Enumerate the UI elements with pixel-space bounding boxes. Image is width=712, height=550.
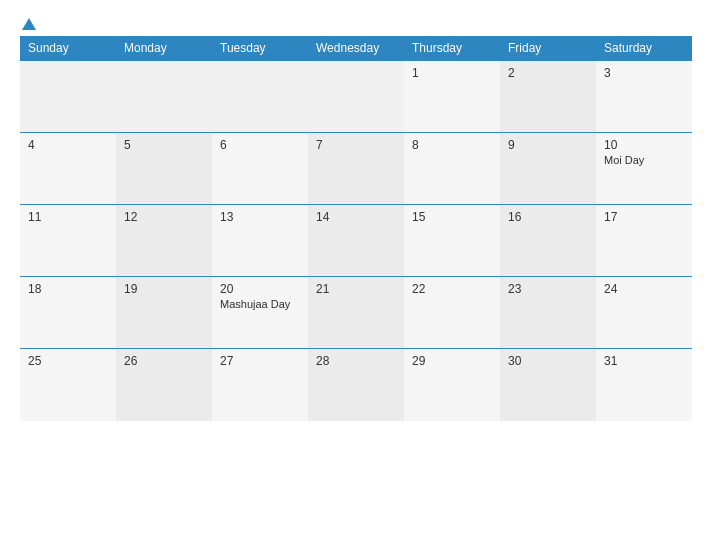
day-number: 6 bbox=[220, 138, 300, 152]
week-row-3: 11121314151617 bbox=[20, 205, 692, 277]
day-number: 10 bbox=[604, 138, 684, 152]
weekday-header-saturday: Saturday bbox=[596, 36, 692, 61]
day-number: 7 bbox=[316, 138, 396, 152]
calendar-cell: 23 bbox=[500, 277, 596, 349]
calendar-cell: 5 bbox=[116, 133, 212, 205]
day-number: 30 bbox=[508, 354, 588, 368]
day-number: 8 bbox=[412, 138, 492, 152]
calendar-cell: 18 bbox=[20, 277, 116, 349]
day-number: 18 bbox=[28, 282, 108, 296]
calendar-cell: 21 bbox=[308, 277, 404, 349]
day-number: 1 bbox=[412, 66, 492, 80]
day-number: 15 bbox=[412, 210, 492, 224]
day-event: Moi Day bbox=[604, 154, 684, 166]
day-event: Mashujaa Day bbox=[220, 298, 300, 310]
weekday-header-monday: Monday bbox=[116, 36, 212, 61]
day-number: 26 bbox=[124, 354, 204, 368]
day-number: 24 bbox=[604, 282, 684, 296]
calendar-cell: 31 bbox=[596, 349, 692, 421]
weekday-header-friday: Friday bbox=[500, 36, 596, 61]
calendar-table: SundayMondayTuesdayWednesdayThursdayFrid… bbox=[20, 36, 692, 421]
calendar-cell: 4 bbox=[20, 133, 116, 205]
logo-triangle-icon bbox=[22, 18, 36, 30]
calendar-cell: 3 bbox=[596, 61, 692, 133]
day-number: 11 bbox=[28, 210, 108, 224]
day-number: 12 bbox=[124, 210, 204, 224]
calendar-cell bbox=[20, 61, 116, 133]
weekday-header-wednesday: Wednesday bbox=[308, 36, 404, 61]
day-number: 2 bbox=[508, 66, 588, 80]
weekday-header-thursday: Thursday bbox=[404, 36, 500, 61]
header-row bbox=[20, 18, 692, 30]
day-number: 27 bbox=[220, 354, 300, 368]
calendar-cell bbox=[212, 61, 308, 133]
calendar-cell: 6 bbox=[212, 133, 308, 205]
day-number: 20 bbox=[220, 282, 300, 296]
calendar-cell: 24 bbox=[596, 277, 692, 349]
calendar-cell: 9 bbox=[500, 133, 596, 205]
weekday-header-tuesday: Tuesday bbox=[212, 36, 308, 61]
calendar-cell: 30 bbox=[500, 349, 596, 421]
calendar-cell: 11 bbox=[20, 205, 116, 277]
day-number: 28 bbox=[316, 354, 396, 368]
calendar-cell: 12 bbox=[116, 205, 212, 277]
calendar-cell bbox=[308, 61, 404, 133]
day-number: 22 bbox=[412, 282, 492, 296]
day-number: 9 bbox=[508, 138, 588, 152]
day-number: 25 bbox=[28, 354, 108, 368]
day-number: 5 bbox=[124, 138, 204, 152]
calendar-cell: 17 bbox=[596, 205, 692, 277]
calendar-cell: 10Moi Day bbox=[596, 133, 692, 205]
calendar-cell: 7 bbox=[308, 133, 404, 205]
day-number: 13 bbox=[220, 210, 300, 224]
calendar-cell: 19 bbox=[116, 277, 212, 349]
weekday-header-row: SundayMondayTuesdayWednesdayThursdayFrid… bbox=[20, 36, 692, 61]
calendar-cell: 22 bbox=[404, 277, 500, 349]
calendar-container: SundayMondayTuesdayWednesdayThursdayFrid… bbox=[0, 0, 712, 550]
day-number: 21 bbox=[316, 282, 396, 296]
day-number: 14 bbox=[316, 210, 396, 224]
calendar-cell: 13 bbox=[212, 205, 308, 277]
calendar-cell: 26 bbox=[116, 349, 212, 421]
day-number: 23 bbox=[508, 282, 588, 296]
day-number: 17 bbox=[604, 210, 684, 224]
calendar-cell: 20Mashujaa Day bbox=[212, 277, 308, 349]
calendar-cell: 29 bbox=[404, 349, 500, 421]
week-row-2: 45678910Moi Day bbox=[20, 133, 692, 205]
day-number: 29 bbox=[412, 354, 492, 368]
calendar-cell bbox=[116, 61, 212, 133]
day-number: 16 bbox=[508, 210, 588, 224]
week-row-4: 181920Mashujaa Day21222324 bbox=[20, 277, 692, 349]
calendar-cell: 16 bbox=[500, 205, 596, 277]
calendar-cell: 28 bbox=[308, 349, 404, 421]
logo-area bbox=[20, 18, 36, 30]
day-number: 3 bbox=[604, 66, 684, 80]
week-row-1: 123 bbox=[20, 61, 692, 133]
weekday-header-sunday: Sunday bbox=[20, 36, 116, 61]
calendar-cell: 25 bbox=[20, 349, 116, 421]
calendar-cell: 1 bbox=[404, 61, 500, 133]
calendar-cell: 2 bbox=[500, 61, 596, 133]
calendar-cell: 27 bbox=[212, 349, 308, 421]
calendar-cell: 14 bbox=[308, 205, 404, 277]
week-row-5: 25262728293031 bbox=[20, 349, 692, 421]
calendar-cell: 8 bbox=[404, 133, 500, 205]
day-number: 31 bbox=[604, 354, 684, 368]
day-number: 4 bbox=[28, 138, 108, 152]
day-number: 19 bbox=[124, 282, 204, 296]
calendar-cell: 15 bbox=[404, 205, 500, 277]
